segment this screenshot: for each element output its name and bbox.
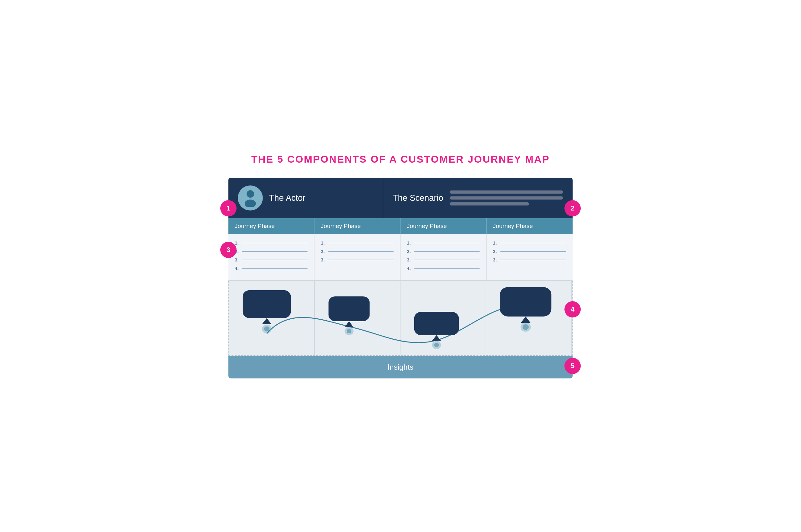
phase-cell-1: Journey Phase <box>228 218 314 234</box>
actor-cell: The Actor <box>228 178 383 218</box>
diagram-container: 1 2 3 4 5 <box>228 178 573 378</box>
table-area: The Actor The Scenario Journey Phase Jou… <box>228 178 573 378</box>
scenario-line-1 <box>450 190 563 194</box>
header-row: The Actor The Scenario <box>228 178 573 218</box>
emotion-cell-1 <box>229 281 315 355</box>
badge-1: 1 <box>220 200 237 216</box>
emotion-cell-4 <box>486 281 572 355</box>
main-title: THE 5 COMPONENTS OF A CUSTOMER JOURNEY M… <box>228 154 573 165</box>
emotion-cell-2 <box>315 281 400 355</box>
phases-row: Journey Phase Journey Phase Journey Phas… <box>228 218 573 234</box>
page-wrapper: THE 5 COMPONENTS OF A CUSTOMER JOURNEY M… <box>228 154 573 378</box>
list-item: 3. <box>321 257 394 262</box>
list-item: 3. <box>493 257 566 262</box>
scenario-cell: The Scenario <box>383 178 573 218</box>
phase-cell-4: Journey Phase <box>487 218 573 234</box>
list-item: 1. <box>493 240 566 246</box>
scenario-lines <box>450 190 563 206</box>
badge-4: 4 <box>564 301 581 318</box>
badge-5: 5 <box>564 358 581 374</box>
list-cell-1: 1. 2. 3. 4. <box>228 234 314 280</box>
list-item: 2. <box>321 249 394 254</box>
emotions-row: Actions, Mindsets, and Emotions <box>228 281 573 356</box>
list-cell-3: 1. 2. 3. 4. <box>400 234 487 280</box>
insights-row: Insights <box>228 356 573 378</box>
badge-2: 2 <box>564 200 581 216</box>
scenario-line-2 <box>450 196 563 200</box>
list-item: 2. <box>493 249 566 254</box>
badge-3: 3 <box>220 242 237 258</box>
list-cell-2: 1. 2. 3. <box>314 234 400 280</box>
list-item: 4. <box>235 266 308 271</box>
list-item: 3. <box>407 257 480 262</box>
list-item: 2. <box>407 249 480 254</box>
list-cell-4: 1. 2. 3. <box>487 234 573 280</box>
emotion-cell-3 <box>400 281 486 355</box>
list-item: 4. <box>407 266 480 271</box>
list-item: 1. <box>321 240 394 246</box>
scenario-line-3 <box>450 202 529 206</box>
svg-point-1 <box>245 200 256 207</box>
list-item: 3. <box>235 257 308 262</box>
list-item: 1. <box>407 240 480 246</box>
list-item: 2. <box>235 249 308 254</box>
lists-row: 1. 2. 3. 4. 1. 2. 3. 1. 2. 3. 4. <box>228 234 573 281</box>
scenario-label: The Scenario <box>393 193 443 203</box>
svg-point-0 <box>246 190 254 198</box>
actor-label: The Actor <box>269 193 305 203</box>
phase-cell-2: Journey Phase <box>314 218 400 234</box>
phase-cell-3: Journey Phase <box>400 218 487 234</box>
person-icon <box>242 189 258 207</box>
avatar <box>238 186 263 210</box>
list-item: 1. <box>235 240 308 246</box>
